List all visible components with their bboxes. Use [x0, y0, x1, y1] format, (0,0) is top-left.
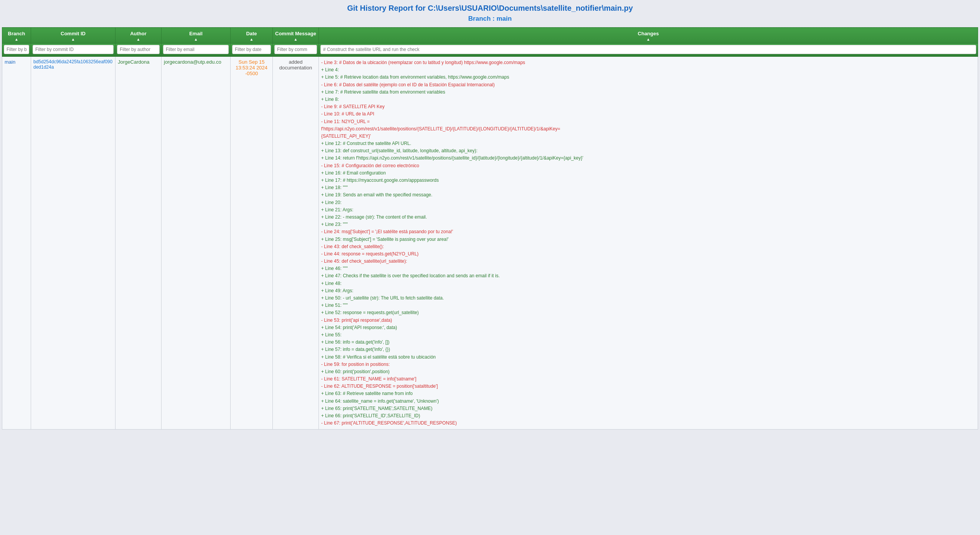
- change-line: - Line 61: SATELITTE_NAME = info['satnam…: [321, 375, 975, 383]
- author-sort-arrow[interactable]: ▲: [118, 37, 159, 41]
- change-line: + Line 51: """: [321, 302, 975, 309]
- change-line: - Line 44: response = requests.get(N2YO_…: [321, 250, 975, 258]
- filter-commitmsg-input[interactable]: [274, 45, 317, 54]
- filter-author-input[interactable]: [117, 45, 160, 54]
- change-line: + Line 46: """: [321, 265, 975, 272]
- change-line: + Line 47: Checks if the satellite is ov…: [321, 272, 975, 280]
- change-line: + Line 54: print('API response:', data): [321, 324, 975, 331]
- change-line: + Line 66: print('SATELLITE_ID',SATELLIT…: [321, 412, 975, 420]
- header-branch: Branch ▲: [2, 28, 31, 43]
- filter-commitmsg-cell: [273, 43, 319, 57]
- cell-date: Sun Sep 15 13:53:24 2024 -0500: [231, 57, 273, 430]
- change-line: - Line 6: # Datos del satélite (ejemplo …: [321, 81, 975, 89]
- cell-author: JorgeCardona: [115, 57, 162, 430]
- change-line: + Line 14: return f'https://api.n2yo.com…: [321, 155, 975, 162]
- change-line: + Line 18: """: [321, 184, 975, 191]
- change-line: + Line 21: Args:: [321, 206, 975, 214]
- change-line: + Line 12: # Construct the satellite API…: [321, 140, 975, 147]
- filter-branch-cell: [2, 43, 31, 57]
- change-line: + Line 64: satellite_name = info.get('sa…: [321, 398, 975, 405]
- filter-date-input[interactable]: [232, 45, 271, 54]
- table-filter-row: [2, 43, 978, 57]
- change-line: + Line 19: Sends an email with the speci…: [321, 191, 975, 199]
- change-line: + Line 57: info = data.get('info', {}): [321, 346, 975, 353]
- change-line: f'https://api.n2yo.com/rest/v1/satellite…: [321, 125, 975, 133]
- filter-email-input[interactable]: [163, 45, 229, 54]
- header-commitid: Commit ID ▲: [31, 28, 115, 43]
- change-line: + Line 52: response = requests.get(url_s…: [321, 309, 975, 316]
- filter-email-cell: [162, 43, 231, 57]
- change-line: - Line 9: # SATELLITE API Key: [321, 103, 975, 110]
- change-line: - Line 11: N2YO_URL =: [321, 118, 975, 125]
- change-line: + Line 25: msg['Subject'] = 'Satellite i…: [321, 236, 975, 243]
- change-line: - Line 3: # Datos de la ubicación (reemp…: [321, 59, 975, 66]
- header-author: Author ▲: [115, 28, 162, 43]
- cell-commitmsg: added documentation: [273, 57, 319, 430]
- change-line: + Line 55:: [321, 331, 975, 339]
- commitmsg-sort-arrow[interactable]: ▲: [275, 37, 316, 41]
- change-line: - Line 67: print('ALTITUDE_RESPONSE',ALT…: [321, 420, 975, 427]
- commitid-sort-arrow[interactable]: ▲: [33, 37, 113, 41]
- change-line: - Line 10: # URL de la API: [321, 110, 975, 118]
- table-header-row: Branch ▲ Commit ID ▲ Author ▲ Email ▲: [2, 28, 978, 43]
- change-line: + Line 63: # Retrieve satellite name fro…: [321, 390, 975, 397]
- filter-date-cell: [231, 43, 273, 57]
- table-body: mainbd5d254dc96da2425fa1063256eaf090ded1…: [2, 57, 978, 430]
- change-line: + Line 4:: [321, 66, 975, 74]
- page-wrapper: Git History Report for C:\Users\USUARIO\…: [0, 0, 980, 535]
- branch-title: Branch : main: [2, 15, 978, 23]
- table-container: Branch ▲ Commit ID ▲ Author ▲ Email ▲: [2, 27, 978, 430]
- change-line: - Line 53: print('api response',data): [321, 317, 975, 324]
- change-line: {SATELLITE_API_KEY}': [321, 133, 975, 140]
- change-line: + Line 58: # Verifica si el satélite est…: [321, 354, 975, 361]
- cell-branch: main: [2, 57, 31, 430]
- table-row: mainbd5d254dc96da2425fa1063256eaf090ded1…: [2, 57, 978, 430]
- filter-commitid-input[interactable]: [33, 45, 114, 54]
- email-sort-arrow[interactable]: ▲: [164, 37, 228, 41]
- change-line: + Line 17: # https://myaccount.google.co…: [321, 177, 975, 184]
- git-history-table: Branch ▲ Commit ID ▲ Author ▲ Email ▲: [2, 27, 978, 430]
- change-line: + Line 7: # Retrieve satellite data from…: [321, 89, 975, 96]
- change-line: + Line 22: - message (str): The content …: [321, 214, 975, 221]
- change-line: + Line 23: """: [321, 221, 975, 228]
- cell-email: jorgecardona@utp.edu.co: [162, 57, 231, 430]
- change-line: + Line 8:: [321, 96, 975, 103]
- filter-changes-input[interactable]: [320, 45, 976, 54]
- change-line: + Line 65: print('SATELITE_NAME',SATELIT…: [321, 405, 975, 412]
- filter-author-cell: [115, 43, 162, 57]
- header-changes: Changes ▲: [319, 28, 978, 43]
- change-line: + Line 50: - url_satellite (str): The UR…: [321, 295, 975, 302]
- page-title: Git History Report for C:\Users\USUARIO\…: [2, 4, 978, 13]
- header-email: Email ▲: [162, 28, 231, 43]
- change-line: + Line 13: def construct_url(satellite_i…: [321, 147, 975, 155]
- changes-sort-arrow[interactable]: ▲: [321, 37, 975, 41]
- change-line: + Line 60: print('position',position): [321, 368, 975, 375]
- change-line: + Line 48:: [321, 280, 975, 287]
- header-commitmsg: Commit Message ▲: [273, 28, 319, 43]
- change-line: - Line 62: ALTITUDE_RESPONSE = position[…: [321, 383, 975, 390]
- branch-sort-arrow[interactable]: ▲: [5, 37, 28, 41]
- cell-commitid: bd5d254dc96da2425fa1063256eaf090ded1d24a: [31, 57, 115, 430]
- change-line: - Line 59: for position in positions:: [321, 361, 975, 368]
- change-line: + Line 49: Args:: [321, 287, 975, 295]
- filter-branch-input[interactable]: [4, 45, 29, 54]
- change-line: + Line 20:: [321, 199, 975, 206]
- change-line: - Line 15: # Configuración del correo el…: [321, 162, 975, 170]
- change-line: - Line 45: def check_satellite(url_satel…: [321, 258, 975, 265]
- cell-changes: - Line 3: # Datos de la ubicación (reemp…: [319, 57, 978, 430]
- filter-commitid-cell: [31, 43, 115, 57]
- change-line: + Line 16: # Email configuration: [321, 170, 975, 177]
- change-line: + Line 56: info = data.get('info', []): [321, 339, 975, 346]
- date-sort-arrow[interactable]: ▲: [233, 37, 270, 41]
- header-date: Date ▲: [231, 28, 273, 43]
- change-line: + Line 5: # Retrieve location data from …: [321, 74, 975, 81]
- change-line: - Line 24: msg['Subject'] = '¡El satélit…: [321, 228, 975, 235]
- filter-changes-cell: [319, 43, 978, 57]
- change-line: - Line 43: def check_satellite():: [321, 243, 975, 250]
